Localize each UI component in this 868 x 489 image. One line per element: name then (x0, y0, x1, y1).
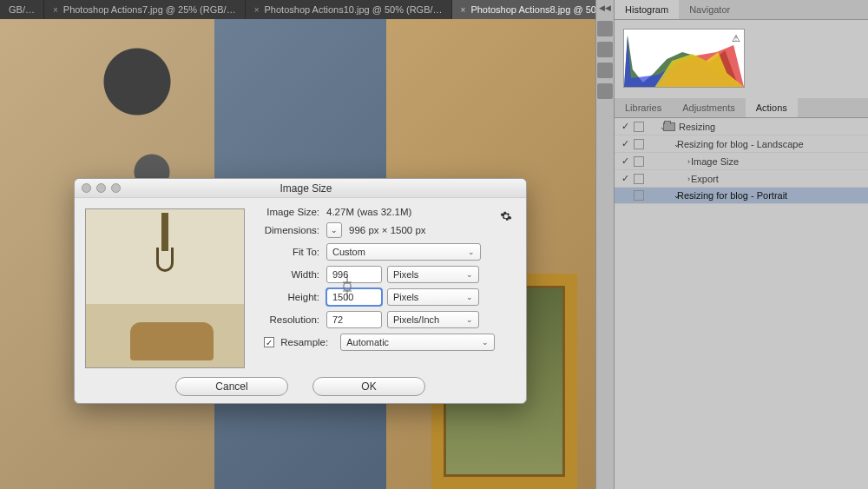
imagesize-label: Image Size: (250, 207, 326, 217)
resolution-input[interactable]: 72 (326, 311, 382, 328)
disclosure-caret-icon[interactable]: › (648, 175, 687, 183)
width-input[interactable]: 996 (326, 266, 382, 283)
dock-icon[interactable] (597, 83, 613, 99)
disclosure-caret-icon[interactable]: ⌄ (648, 191, 674, 200)
panel-dock-strip: ◀◀ (595, 0, 615, 489)
fit-to-dropdown[interactable]: Custom⌄ (326, 243, 481, 261)
tab-label: Photoshop Actions10.jpg @ 50% (RGB/… (265, 4, 443, 15)
dialog-form: Image Size: 4.27M (was 32.1M) Dimensions… (245, 198, 526, 372)
action-checkmark-icon[interactable]: ✓ (620, 138, 630, 149)
action-dialog-toggle[interactable] (634, 139, 644, 149)
constrain-proportions-icon[interactable] (341, 272, 353, 301)
resample-dropdown[interactable]: Automatic⌄ (340, 334, 495, 351)
panel-stack: ◀◀ Histogram Navigator ⚠ Libraries Adjus… (614, 0, 868, 489)
chevron-down-icon: ⌄ (461, 293, 473, 301)
gear-icon[interactable] (500, 210, 512, 225)
histogram-panel: ⚠ (615, 20, 868, 98)
action-checkmark-icon[interactable]: ✓ (620, 155, 630, 167)
width-label: Width: (250, 269, 326, 280)
disclosure-caret-icon[interactable]: ⌄ (648, 122, 660, 131)
collapse-panels-icon[interactable]: ◀◀ (596, 0, 614, 16)
fit-to-label: Fit To: (250, 247, 326, 257)
action-set-row[interactable]: ✓ ⌄ Resizing (615, 118, 868, 135)
chevron-down-icon: ⌄ (463, 248, 475, 256)
resolution-unit-dropdown[interactable]: Pixels/Inch⌄ (387, 311, 479, 328)
window-controls (75, 183, 121, 193)
height-unit: Pixels (393, 292, 418, 302)
action-dialog-toggle[interactable] (634, 156, 644, 167)
tab-libraries[interactable]: Libraries (615, 98, 672, 117)
action-label: Resizing for blog - Landscape (677, 139, 804, 149)
action-step-row[interactable]: ✓ › Export (615, 170, 868, 188)
tab-adjustments[interactable]: Adjustments (672, 98, 746, 117)
dimensions-value: 996 px × 1500 px (349, 225, 426, 235)
action-dialog-toggle[interactable] (634, 190, 644, 201)
document-tab[interactable]: × Photoshop Actions7.jpg @ 25% (RGB/… (44, 0, 246, 19)
width-unit: Pixels (393, 269, 418, 280)
action-row-selected[interactable]: ⌄ Resizing for blog - Portrait (615, 188, 868, 204)
action-label: Image Size (691, 156, 739, 167)
resample-label: Resample: (280, 337, 328, 347)
action-dialog-toggle[interactable] (634, 122, 644, 132)
dock-icon[interactable] (597, 42, 613, 57)
dialog-preview[interactable] (75, 198, 245, 372)
resample-checkbox[interactable]: ✓ (264, 337, 274, 347)
dialog-buttons: Cancel OK (75, 377, 526, 396)
height-unit-dropdown[interactable]: Pixels⌄ (387, 288, 479, 306)
action-dialog-toggle[interactable] (634, 174, 644, 184)
disclosure-caret-icon[interactable]: › (648, 157, 687, 166)
disclosure-caret-icon[interactable]: ⌄ (648, 140, 674, 149)
tab-histogram[interactable]: Histogram (615, 0, 679, 19)
tab-label: Photoshop Actions7.jpg @ 25% (RGB/… (63, 4, 236, 15)
preview-image (85, 208, 245, 368)
close-icon[interactable]: × (254, 5, 260, 15)
image-size-dialog: Image Size Image Size: 4.27M (was 32.1M)… (74, 178, 527, 404)
tab-actions[interactable]: Actions (746, 98, 798, 117)
imagesize-value: 4.27M (was 32.1M) (326, 207, 411, 217)
window-zoom-icon[interactable] (111, 183, 121, 193)
action-label: Export (691, 174, 719, 184)
width-unit-dropdown[interactable]: Pixels⌄ (387, 266, 479, 283)
actions-panel: ✓ ⌄ Resizing ✓ ⌄ Resizing for blog - Lan… (615, 118, 868, 204)
ok-button[interactable]: OK (312, 377, 425, 396)
tab-label: GB/… (9, 4, 35, 15)
dialog-titlebar[interactable]: Image Size (75, 179, 526, 198)
close-icon[interactable]: × (53, 5, 58, 15)
action-label: Resizing for blog - Portrait (677, 190, 787, 201)
chevron-down-icon: ⌄ (461, 270, 473, 279)
resolution-unit: Pixels/Inch (393, 314, 439, 325)
action-row[interactable]: ✓ ⌄ Resizing for blog - Landscape (615, 135, 868, 153)
histogram-graph[interactable]: ⚠ (623, 29, 745, 88)
window-close-icon[interactable] (82, 183, 91, 193)
action-checkmark-icon[interactable]: ✓ (620, 173, 630, 184)
action-label: Resizing (679, 122, 715, 132)
actions-panel-tabs: Libraries Adjustments Actions (615, 98, 868, 118)
window-minimize-icon[interactable] (96, 183, 106, 193)
chevron-down-icon: ⌄ (461, 315, 473, 324)
dimensions-label: Dimensions: (250, 225, 326, 235)
height-label: Height: (250, 292, 326, 302)
close-icon[interactable]: × (461, 5, 466, 15)
histogram-shape (624, 35, 744, 87)
resolution-value: 72 (332, 314, 343, 325)
resample-value: Automatic (346, 337, 389, 347)
tab-navigator[interactable]: Navigator (679, 0, 740, 19)
height-input[interactable]: 1500 (326, 288, 382, 306)
resample-row: ✓ Resample: (250, 337, 335, 348)
svg-rect-0 (344, 283, 351, 290)
dimensions-disclosure-button[interactable]: ⌄ (326, 222, 342, 238)
folder-icon (663, 122, 675, 131)
cancel-button[interactable]: Cancel (175, 377, 288, 396)
chevron-down-icon: ⌄ (477, 338, 489, 347)
histogram-panel-tabs: Histogram Navigator (615, 0, 868, 20)
document-tab-bar: GB/… × Photoshop Actions7.jpg @ 25% (RGB… (0, 0, 614, 19)
dialog-title: Image Size (121, 182, 526, 195)
dock-icon[interactable] (597, 63, 613, 78)
dock-icon[interactable] (597, 21, 613, 36)
action-step-row[interactable]: ✓ › Image Size (615, 153, 868, 170)
document-tab[interactable]: GB/… (0, 0, 44, 19)
resolution-label: Resolution: (250, 314, 326, 325)
action-checkmark-icon[interactable]: ✓ (620, 121, 630, 132)
fit-to-value: Custom (332, 247, 365, 257)
document-tab[interactable]: × Photoshop Actions10.jpg @ 50% (RGB/… (246, 0, 452, 19)
